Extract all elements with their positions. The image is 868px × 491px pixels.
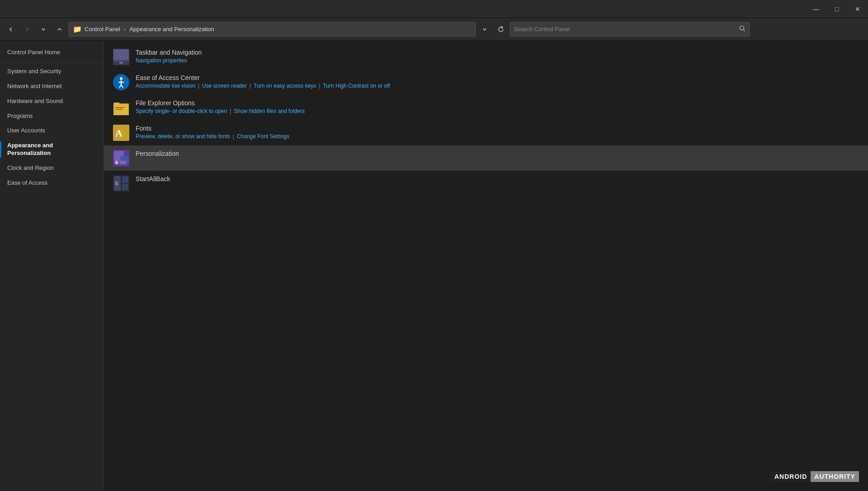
watermark-android-text: ANDROID <box>771 471 811 482</box>
ease-of-access-center-links: Accommodate low vision | Use screen read… <box>136 83 859 89</box>
startallback-text: StartAllBack <box>136 175 859 184</box>
sidebar-item-network-and-internet[interactable]: Network and Internet <box>0 79 104 94</box>
watermark: ANDROID AUTHORITY <box>771 471 859 482</box>
title-bar-controls: — □ ✕ <box>806 0 868 18</box>
sidebar-divider-1 <box>0 62 104 62</box>
taskbar-navigation-title: Taskbar and Navigation <box>136 49 859 56</box>
svg-rect-5 <box>119 62 123 64</box>
svg-rect-25 <box>122 176 128 183</box>
sidebar-label-hardware-and-sound: Hardware and Sound <box>7 98 63 105</box>
address-dropdown-button[interactable] <box>477 22 492 37</box>
address-bar: 📁 Control Panel › Appearance and Persona… <box>0 18 868 41</box>
up-button[interactable] <box>52 22 67 37</box>
turn-on-easy-access-keys-link[interactable]: Turn on easy access keys <box>254 83 316 89</box>
link-sep-1: | <box>198 83 199 89</box>
minimize-button[interactable]: — <box>806 0 826 18</box>
folder-icon: 📁 <box>73 25 82 33</box>
svg-rect-14 <box>115 107 124 108</box>
category-file-explorer-options[interactable]: File Explorer Options Specify single- or… <box>104 95 868 120</box>
fonts-links: Preview, delete, or show and hide fonts … <box>136 133 859 140</box>
title-bar: — □ ✕ <box>0 0 868 18</box>
sidebar-item-appearance-and-personalization[interactable]: Appearance and Personalization <box>0 138 104 161</box>
sidebar-item-hardware-and-sound[interactable]: Hardware and Sound <box>0 94 104 109</box>
forward-button[interactable] <box>20 22 34 37</box>
ease-of-access-center-title: Ease of Access Center <box>136 74 859 81</box>
link-sep-4: | <box>230 108 231 114</box>
svg-text:S: S <box>115 181 118 186</box>
category-ease-of-access-center[interactable]: Ease of Access Center Accommodate low vi… <box>104 70 868 95</box>
breadcrumb-separator: › <box>124 26 126 33</box>
search-icon <box>739 25 745 33</box>
file-explorer-options-links: Specify single- or double-click to open … <box>136 108 859 114</box>
accommodate-low-vision-link[interactable]: Accommodate low vision <box>136 83 195 89</box>
file-explorer-options-icon <box>113 99 129 116</box>
personalization-icon <box>113 150 129 166</box>
change-font-settings-link[interactable]: Change Font Settings <box>237 133 289 140</box>
use-screen-reader-link[interactable]: Use screen reader <box>202 83 247 89</box>
svg-text:A: A <box>115 127 123 139</box>
category-startallback[interactable]: S StartAllBack <box>104 171 868 196</box>
ease-of-access-center-text: Ease of Access Center Accommodate low vi… <box>136 74 859 89</box>
search-input[interactable] <box>514 26 736 33</box>
personalization-title: Personalization <box>136 150 859 157</box>
show-hidden-files-link[interactable]: Show hidden files and folders <box>234 108 305 114</box>
svg-rect-22 <box>119 161 127 164</box>
ease-of-access-center-icon <box>113 74 129 90</box>
address-box[interactable]: 📁 Control Panel › Appearance and Persona… <box>69 22 476 37</box>
fonts-title: Fonts <box>136 125 859 132</box>
taskbar-navigation-links: Navigation properties <box>136 57 859 64</box>
sidebar-label-ease-of-access: Ease of Access <box>7 179 47 187</box>
back-button[interactable] <box>4 22 18 37</box>
svg-line-1 <box>744 30 745 32</box>
sidebar-label-appearance-and-personalization: Appearance and Personalization <box>7 142 96 157</box>
sidebar-label-programs: Programs <box>7 112 33 120</box>
sidebar-label-user-accounts: User Accounts <box>7 127 45 135</box>
breadcrumb-root[interactable]: Control Panel <box>85 26 120 33</box>
preview-delete-fonts-link[interactable]: Preview, delete, or show and hide fonts <box>136 133 230 140</box>
sidebar-item-programs[interactable]: Programs <box>0 109 104 124</box>
svg-rect-15 <box>115 109 123 110</box>
sidebar-item-ease-of-access[interactable]: Ease of Access <box>0 176 104 191</box>
navigation-properties-link[interactable]: Navigation properties <box>136 57 187 64</box>
category-fonts[interactable]: A Fonts Preview, delete, or show and hid… <box>104 120 868 145</box>
svg-point-21 <box>115 161 118 164</box>
breadcrumb-current[interactable]: Appearance and Personalization <box>129 26 214 33</box>
sidebar-item-user-accounts[interactable]: User Accounts <box>0 123 104 138</box>
sidebar-label-network-and-internet: Network and Internet <box>7 83 62 90</box>
personalization-text: Personalization <box>136 150 859 159</box>
fonts-text: Fonts Preview, delete, or show and hide … <box>136 125 859 140</box>
link-sep-5: | <box>233 133 234 140</box>
link-sep-3: | <box>319 83 320 89</box>
sidebar-label-control-panel-home: Control Panel Home <box>7 49 60 56</box>
sidebar-item-system-and-security[interactable]: System and Security <box>0 64 104 79</box>
startallback-title: StartAllBack <box>136 175 859 182</box>
file-explorer-options-text: File Explorer Options Specify single- or… <box>136 99 859 114</box>
main-layout: Control Panel Home System and Security N… <box>0 41 868 491</box>
fonts-icon: A <box>113 125 129 141</box>
taskbar-navigation-text: Taskbar and Navigation Navigation proper… <box>136 49 859 64</box>
link-sep-2: | <box>250 83 251 89</box>
watermark-authority-text: AUTHORITY <box>811 471 859 482</box>
content-area: Taskbar and Navigation Navigation proper… <box>104 41 868 491</box>
category-personalization[interactable]: Personalization <box>104 145 868 171</box>
category-taskbar-navigation[interactable]: Taskbar and Navigation Navigation proper… <box>104 44 868 70</box>
svg-point-7 <box>120 77 123 80</box>
svg-rect-3 <box>114 50 128 60</box>
recent-locations-button[interactable] <box>36 22 51 37</box>
svg-point-0 <box>740 26 744 30</box>
close-button[interactable]: ✕ <box>847 0 868 18</box>
refresh-button[interactable] <box>494 22 508 37</box>
search-box[interactable] <box>510 22 750 37</box>
sidebar-label-system-and-security: System and Security <box>7 68 61 75</box>
taskbar-navigation-icon <box>113 49 129 65</box>
file-explorer-options-title: File Explorer Options <box>136 99 859 107</box>
sidebar: Control Panel Home System and Security N… <box>0 41 104 491</box>
specify-click-link[interactable]: Specify single- or double-click to open <box>136 108 227 114</box>
maximize-button[interactable]: □ <box>826 0 847 18</box>
sidebar-label-clock-and-region: Clock and Region <box>7 164 54 172</box>
sidebar-item-clock-and-region[interactable]: Clock and Region <box>0 161 104 176</box>
sidebar-item-control-panel-home[interactable]: Control Panel Home <box>0 45 104 60</box>
svg-rect-26 <box>122 184 128 191</box>
startallback-icon: S <box>113 175 129 192</box>
turn-high-contrast-link[interactable]: Turn High Contrast on or off <box>323 83 390 89</box>
